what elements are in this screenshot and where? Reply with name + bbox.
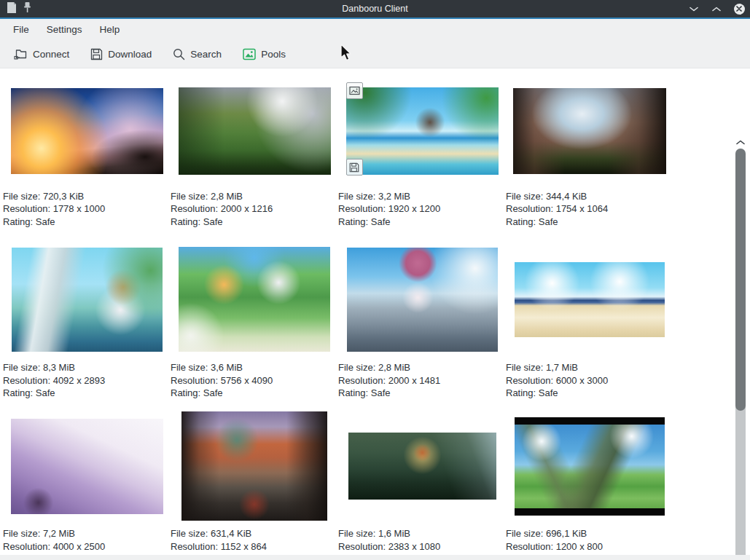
file-size-label: File size: 1,6 MiB: [338, 527, 506, 540]
menu-item-help[interactable]: Help: [91, 21, 129, 38]
resolution-label: Resolution: 2383 x 1080: [338, 540, 506, 553]
post-card[interactable]: File size: 631,4 KiB Resolution: 1152 x …: [171, 411, 338, 555]
post-card[interactable]: File size: 2,8 MiB Resolution: 2000 x 12…: [171, 87, 338, 228]
toolbar: Connect Download Search: [0, 40, 750, 68]
close-button[interactable]: [733, 3, 745, 15]
network-folder-icon: [14, 48, 28, 60]
post-card[interactable]: File size: 344,4 KiB Resolution: 1754 x …: [506, 87, 673, 228]
thumbnail-cell: [506, 87, 673, 175]
rating-label: Rating: Safe: [506, 387, 673, 399]
image-preview-icon: [349, 86, 360, 95]
post-card[interactable]: File size: 1,7 MiB Resolution: 6000 x 30…: [506, 247, 673, 399]
post-meta: File size: 1,6 MiB Resolution: 2383 x 10…: [338, 527, 506, 555]
thumbnail-cell: [338, 411, 506, 521]
pools-label: Pools: [261, 49, 286, 60]
post-meta: File size: 2,8 MiB Resolution: 2000 x 12…: [171, 190, 338, 228]
post-thumbnail[interactable]: [348, 433, 496, 500]
resolution-label: Resolution: 1200 x 800: [506, 540, 673, 553]
rating-label: Rating: Safe: [3, 387, 171, 399]
post-thumbnail[interactable]: [515, 262, 665, 337]
menu-item-settings[interactable]: Settings: [38, 21, 91, 38]
pools-button[interactable]: Pools: [236, 44, 292, 65]
menu-item-file[interactable]: File: [4, 21, 38, 38]
resolution-label: Resolution: 4000 x 2500: [3, 540, 171, 553]
danbooru-client-window: Danbooru Client File Settings Help: [0, 0, 750, 560]
post-row-1: File size: 720,3 KiB Resolution: 1778 x …: [0, 87, 729, 228]
post-meta: File size: 7,2 MiB Resolution: 4000 x 25…: [3, 527, 171, 555]
thumbnail-cell: [506, 411, 673, 521]
resolution-label: Resolution: 5756 x 4090: [171, 374, 338, 387]
post-thumbnail[interactable]: [513, 88, 666, 174]
post-grid: File size: 720,3 KiB Resolution: 1778 x …: [0, 68, 729, 555]
resolution-label: Resolution: 1754 x 1064: [506, 202, 673, 215]
titlebar[interactable]: Danbooru Client: [0, 0, 750, 19]
thumbnail-cell: [171, 411, 338, 521]
file-size-label: File size: 7,2 MiB: [3, 527, 171, 540]
file-size-label: File size: 3,6 MiB: [171, 361, 338, 374]
post-card[interactable]: File size: 720,3 KiB Resolution: 1778 x …: [3, 87, 171, 228]
post-card[interactable]: File size: 696,1 KiB Resolution: 1200 x …: [506, 411, 673, 555]
post-thumbnail[interactable]: [11, 419, 163, 514]
post-meta: File size: 696,1 KiB Resolution: 1200 x …: [506, 527, 673, 555]
floppy-save-icon: [349, 162, 359, 173]
resolution-label: Resolution: 1152 x 864: [171, 540, 338, 553]
thumbnail-cell: [338, 247, 506, 352]
post-thumbnail[interactable]: [515, 417, 665, 516]
file-size-label: File size: 2,8 MiB: [338, 361, 506, 374]
rating-label: Rating: Safe: [171, 216, 338, 228]
resolution-label: Resolution: 2000 x 1481: [338, 374, 506, 387]
scrollbar[interactable]: [733, 137, 748, 555]
rating-label: Rating: Safe: [506, 216, 673, 228]
post-thumbnail[interactable]: [346, 87, 499, 175]
file-size-label: File size: 1,7 MiB: [506, 361, 673, 374]
post-card[interactable]: File size: 8,3 MiB Resolution: 4092 x 28…: [3, 247, 171, 399]
connect-label: Connect: [33, 49, 69, 60]
post-meta: File size: 8,3 MiB Resolution: 4092 x 28…: [3, 361, 171, 399]
post-card[interactable]: File size: 3,6 MiB Resolution: 5756 x 40…: [171, 247, 338, 399]
file-size-label: File size: 696,1 KiB: [506, 527, 673, 540]
post-thumbnail[interactable]: [181, 411, 327, 521]
post-row-3: File size: 7,2 MiB Resolution: 4000 x 25…: [0, 411, 729, 555]
post-thumbnail[interactable]: [347, 248, 498, 352]
download-button[interactable]: Download: [84, 44, 158, 65]
post-meta: File size: 720,3 KiB Resolution: 1778 x …: [3, 190, 171, 228]
scrollbar-thumb[interactable]: [735, 149, 746, 411]
post-thumbnail[interactable]: [179, 87, 331, 175]
file-size-label: File size: 344,4 KiB: [506, 190, 673, 202]
post-thumbnail[interactable]: [11, 88, 163, 174]
maximize-button[interactable]: [711, 3, 722, 15]
post-thumbnail[interactable]: [12, 248, 163, 352]
minimize-button[interactable]: [688, 3, 700, 15]
download-label: Download: [108, 49, 152, 60]
floppy-save-icon: [90, 48, 103, 60]
search-icon: [173, 48, 185, 60]
file-size-label: File size: 8,3 MiB: [3, 361, 171, 374]
file-size-label: File size: 3,2 MiB: [338, 190, 506, 202]
post-row-2: File size: 8,3 MiB Resolution: 4092 x 28…: [0, 247, 729, 399]
resolution-label: Resolution: 4092 x 2893: [3, 374, 171, 387]
thumbnail-cell: [338, 87, 506, 175]
window-bottom-frame: [0, 555, 750, 560]
search-label: Search: [190, 49, 222, 60]
post-thumbnail[interactable]: [179, 247, 330, 352]
thumbnail-cell: [3, 411, 171, 521]
post-card[interactable]: File size: 7,2 MiB Resolution: 4000 x 25…: [3, 411, 171, 555]
scroll-up-button[interactable]: [735, 138, 746, 146]
file-size-label: File size: 720,3 KiB: [3, 190, 171, 202]
connect-button[interactable]: Connect: [7, 44, 76, 65]
resolution-label: Resolution: 2000 x 1216: [171, 202, 338, 215]
window-title: Danbooru Client: [0, 0, 750, 17]
thumbnail-cell: [3, 247, 171, 352]
rating-label: Rating: Safe: [3, 216, 171, 228]
post-card[interactable]: File size: 2,8 MiB Resolution: 2000 x 14…: [338, 247, 506, 399]
resolution-label: Resolution: 6000 x 3000: [506, 374, 673, 387]
pools-image-icon: [243, 48, 256, 60]
post-card[interactable]: File size: 1,6 MiB Resolution: 2383 x 10…: [338, 411, 506, 555]
thumbnail-cell: [3, 87, 171, 175]
preview-overlay-button[interactable]: [346, 82, 363, 99]
content-area: File size: 720,3 KiB Resolution: 1778 x …: [0, 68, 750, 555]
resolution-label: Resolution: 1920 x 1200: [338, 202, 506, 215]
post-card[interactable]: File size: 3,2 MiB Resolution: 1920 x 12…: [338, 87, 506, 228]
save-overlay-button[interactable]: [346, 159, 363, 176]
search-button[interactable]: Search: [166, 44, 228, 65]
